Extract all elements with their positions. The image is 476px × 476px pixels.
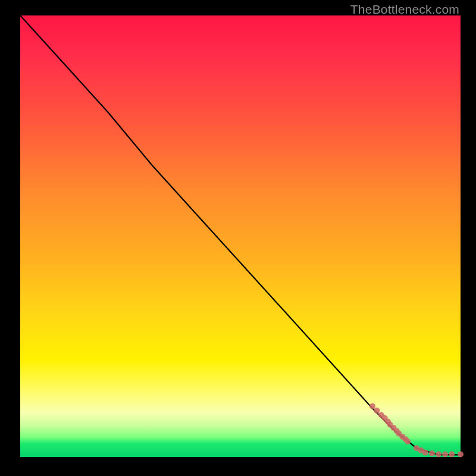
scatter-point (374, 408, 380, 414)
watermark-text: TheBottleneck.com (350, 2, 459, 17)
curve-line (20, 15, 461, 455)
chart-overlay (20, 15, 461, 457)
plot-area (20, 15, 461, 457)
scatter-point (429, 450, 435, 456)
scatter-points (369, 403, 464, 458)
scatter-point (436, 452, 441, 458)
scatter-point (458, 452, 464, 458)
scatter-point (369, 403, 375, 409)
scatter-point (442, 452, 448, 458)
scatter-point (449, 452, 455, 458)
scatter-point (405, 439, 411, 444)
chart-stage: TheBottleneck.com (0, 0, 476, 476)
scatter-point (422, 450, 428, 456)
